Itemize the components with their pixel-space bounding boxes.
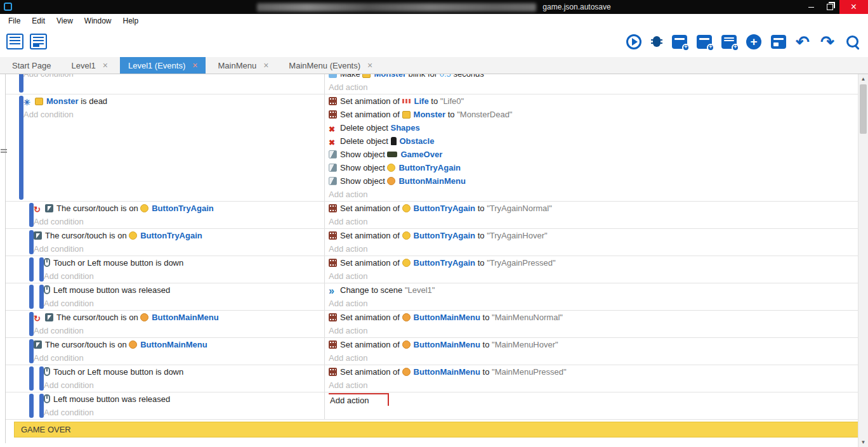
actions-cell[interactable]: Set animation of ButtonTryAgain to "TryA… xyxy=(325,256,858,283)
actions-cell[interactable]: Change to scene "Level1"Add action xyxy=(325,283,858,310)
event-row[interactable]: Touch or Left mouse button is downAdd co… xyxy=(5,365,858,392)
tab-close-icon[interactable] xyxy=(263,61,268,70)
project-manager-icon[interactable] xyxy=(6,34,23,49)
restore-button[interactable] xyxy=(820,0,839,14)
collapse-event-icon[interactable] xyxy=(1,149,7,153)
conditions-cell[interactable]: The cursor/touch is on ButtonMainMenuAdd… xyxy=(5,311,325,337)
event-row[interactable]: The cursor/touch is on ButtonTryAgainAdd… xyxy=(5,202,858,229)
action[interactable]: Set animation of Monster to "MonsterDead… xyxy=(329,108,858,121)
conditions-cell[interactable]: Left mouse button was releasedAdd condit… xyxy=(5,283,325,310)
conditions-cell[interactable]: Left mouse button was releasedAdd condit… xyxy=(5,392,325,419)
action[interactable]: Show object ButtonTryAgain xyxy=(329,161,858,174)
conditions-cell[interactable]: Add condition xyxy=(5,74,325,94)
redo-icon[interactable] xyxy=(820,34,836,49)
actions-cell[interactable]: Set animation of ButtonTryAgain to "TryA… xyxy=(325,229,858,256)
menu-help[interactable]: Help xyxy=(117,14,145,28)
conditions-cell[interactable]: The cursor/touch is on ButtonTryAgainAdd… xyxy=(5,202,325,228)
scroll-down-icon[interactable] xyxy=(858,437,868,447)
tab-level1[interactable]: Level1 xyxy=(63,57,116,74)
conditions-cell[interactable]: Touch or Left mouse button is downAdd co… xyxy=(5,365,325,392)
menu-view[interactable]: View xyxy=(51,14,79,28)
action[interactable]: Show object ButtonMainMenu xyxy=(329,174,858,188)
add-external-layout-icon[interactable]: + xyxy=(721,35,737,49)
tab-close-icon[interactable] xyxy=(103,61,108,70)
actions-cell[interactable]: Set animation of ButtonMainMenu to "Main… xyxy=(325,311,858,337)
add-condition-button[interactable]: Add condition xyxy=(34,217,84,226)
event-row[interactable]: The cursor/touch is on ButtonTryAgainAdd… xyxy=(5,229,858,256)
event-row[interactable]: Left mouse button was releasedAdd condit… xyxy=(5,283,858,311)
add-action-button[interactable]: Add action xyxy=(329,190,367,199)
add-condition-button[interactable]: Add condition xyxy=(44,408,94,417)
condition[interactable]: Touch or Left mouse button is down xyxy=(44,256,324,269)
add-condition-button[interactable]: Add condition xyxy=(23,110,74,119)
add-action-button[interactable]: Add action xyxy=(329,82,367,92)
vertical-scrollbar[interactable] xyxy=(858,74,868,447)
add-condition-button[interactable]: Add condition xyxy=(44,380,94,390)
conditions-cell[interactable]: The cursor/touch is on ButtonMainMenuAdd… xyxy=(5,338,325,365)
tab-start-page[interactable]: Start Page xyxy=(4,57,59,74)
add-action-button[interactable]: Add action xyxy=(329,380,367,390)
tab-close-icon[interactable] xyxy=(367,61,372,70)
undo-icon[interactable] xyxy=(796,34,811,49)
add-condition-button[interactable]: Add condition xyxy=(23,74,74,79)
menu-edit[interactable]: Edit xyxy=(26,14,51,28)
tab-mainmenu[interactable]: MainMenu xyxy=(209,57,277,74)
action[interactable]: Set animation of ButtonMainMenu to "Main… xyxy=(329,365,858,379)
conditions-cell[interactable]: Touch or Left mouse button is downAdd co… xyxy=(5,256,325,283)
condition[interactable]: Left mouse button was released xyxy=(44,392,324,406)
event-row[interactable]: Monster is deadAdd conditionSet animatio… xyxy=(5,94,858,202)
actions-cell[interactable]: Set animation of ButtonMainMenu to "Main… xyxy=(325,365,858,392)
actions-cell[interactable]: Set animation of ButtonMainMenu to "Main… xyxy=(325,338,858,365)
add-action-button[interactable]: Add action xyxy=(329,299,367,308)
action[interactable]: Show object GameOver xyxy=(329,148,858,161)
projects-panel-icon[interactable] xyxy=(771,35,786,49)
debugger-icon[interactable] xyxy=(651,34,662,49)
action[interactable]: Set animation of Life to "Life0" xyxy=(329,94,858,108)
add-external-events-icon[interactable]: + xyxy=(697,35,712,49)
add-condition-button[interactable]: Add condition xyxy=(34,353,84,363)
condition[interactable]: Touch or Left mouse button is down xyxy=(44,365,324,379)
menu-file[interactable]: File xyxy=(3,14,26,28)
event-row[interactable]: Touch or Left mouse button is downAdd co… xyxy=(5,256,858,283)
minimize-button[interactable] xyxy=(801,0,820,14)
event-row[interactable]: The cursor/touch is on ButtonMainMenuAdd… xyxy=(5,338,858,365)
action[interactable]: Delete object Shapes xyxy=(329,121,858,134)
actions-cell[interactable]: Set animation of ButtonTryAgain to "TryA… xyxy=(325,202,858,228)
condition[interactable]: The cursor/touch is on ButtonTryAgain xyxy=(34,229,324,242)
condition[interactable]: The cursor/touch is on ButtonTryAgain xyxy=(34,202,324,215)
play-icon[interactable] xyxy=(626,34,641,49)
event-row[interactable]: Add conditionMake Monster blink for 0.5 … xyxy=(5,74,858,94)
actions-cell[interactable]: Add action xyxy=(325,392,858,419)
add-action-button[interactable]: Add action xyxy=(329,326,367,335)
add-resource-icon[interactable] xyxy=(746,34,761,49)
scrollbar-thumb[interactable] xyxy=(860,84,867,134)
add-condition-button[interactable]: Add condition xyxy=(44,299,94,308)
add-action-button-highlighted[interactable]: Add action xyxy=(329,393,389,406)
actions-cell[interactable]: Make Monster blink for 0.5 secondsAdd ac… xyxy=(325,74,858,94)
add-condition-button[interactable]: Add condition xyxy=(34,326,84,335)
tab-level1-events[interactable]: Level1 (Events) xyxy=(120,57,206,74)
action[interactable]: Make Monster blink for 0.5 seconds xyxy=(329,74,858,81)
add-condition-button[interactable]: Add condition xyxy=(44,271,94,281)
action[interactable]: Set animation of ButtonTryAgain to "TryA… xyxy=(329,229,858,242)
add-action-button[interactable]: Add action xyxy=(329,217,367,226)
condition[interactable]: The cursor/touch is on ButtonMainMenu xyxy=(34,338,324,351)
action[interactable]: Set animation of ButtonTryAgain to "TryA… xyxy=(329,256,858,269)
add-scene-icon[interactable]: + xyxy=(672,35,687,49)
search-icon[interactable] xyxy=(845,34,860,49)
add-action-button[interactable]: Add action xyxy=(329,271,367,281)
menu-window[interactable]: Window xyxy=(79,14,117,28)
action[interactable]: Set animation of ButtonMainMenu to "Main… xyxy=(329,338,858,351)
condition[interactable]: Monster is dead xyxy=(23,94,324,108)
tab-close-icon[interactable] xyxy=(192,61,197,70)
condition[interactable]: The cursor/touch is on ButtonMainMenu xyxy=(34,311,324,324)
add-action-button[interactable]: Add action xyxy=(329,353,367,363)
start-page-icon[interactable] xyxy=(30,34,47,49)
conditions-cell[interactable]: Monster is deadAdd condition xyxy=(5,94,325,201)
action[interactable]: Set animation of ButtonMainMenu to "Main… xyxy=(329,311,858,324)
event-row[interactable]: The cursor/touch is on ButtonMainMenuAdd… xyxy=(5,311,858,338)
action[interactable]: Delete object Obstacle xyxy=(329,134,858,148)
tab-mainmenu-events[interactable]: MainMenu (Events) xyxy=(280,57,381,74)
add-action-button[interactable]: Add action xyxy=(329,244,367,254)
actions-cell[interactable]: Set animation of Life to "Life0"Set anim… xyxy=(325,94,858,201)
